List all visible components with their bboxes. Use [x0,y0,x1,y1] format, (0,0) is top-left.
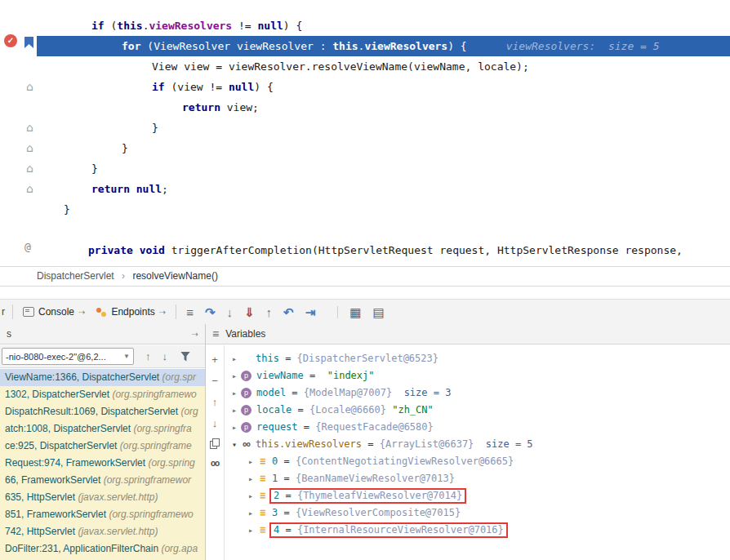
force-step-into-icon[interactable]: ⇓ [244,306,255,318]
code-token: } [152,122,158,134]
frame-package-text: (org.spr [162,371,196,383]
bookmark-icon[interactable]: ⌂ [24,141,36,154]
annotation-gutter-icon[interactable]: @ [24,241,31,253]
chevron-right-icon[interactable]: ▸ [229,402,240,419]
chevron-right-icon[interactable]: ▸ [229,350,240,367]
menu-icon[interactable]: ≡ [212,327,219,340]
frame-row[interactable]: 66, FrameworkServlet (org.springframewor [0,472,205,489]
chevron-right-icon[interactable]: ▸ [229,419,240,436]
code-token: null [136,183,162,195]
chevron-right-icon[interactable]: ▸ [245,470,256,487]
variable-row[interactable]: ▸≡0 = {ContentNegotiatingViewResolver@66… [225,453,730,470]
variables-panel-title: Variables [225,328,265,340]
tab-console-label: Console [38,306,74,318]
chevron-right-icon[interactable]: ▸ [245,522,256,539]
step-out-icon[interactable]: ↑ [266,306,273,318]
chevron-right-icon[interactable]: ▸ [229,367,240,384]
frame-package-text: (javax.servlet.http) [78,491,158,503]
variable-value: {DispatcherServlet@6523} [297,353,438,364]
chevron-down-icon[interactable]: ▾ [229,436,240,453]
variable-row[interactable]: ▸plocale = {Locale@6660} "zh_CN" [225,402,730,419]
remove-watch-icon[interactable]: − [211,375,218,388]
variable-row[interactable]: ▸≡3 = {ViewResolverComposite@7015} [225,504,730,522]
variable-row[interactable]: ▸prequest = {RequestFacade@6580} [225,419,730,436]
frame-row[interactable]: DispatchResult:1069, DispatcherServlet (… [0,403,205,420]
code-token: return [91,183,130,195]
chevron-right-icon[interactable]: ▸ [245,487,256,504]
previous-frame-icon[interactable]: ↑ [145,350,151,362]
step-into-icon[interactable]: ↓ [227,306,234,318]
code-token: ; [162,183,168,195]
console-icon [23,307,34,317]
step-over-icon[interactable]: ↷ [205,306,216,318]
frame-row[interactable]: DoFilter:231, ApplicationFilterChain (or… [0,540,205,558]
frame-row[interactable]: 1302, DispatcherServlet (org.springframe… [0,386,205,403]
inline-debug-hint: viewResolvers: size = 5 [506,40,660,52]
code-token: } [91,162,98,175]
parameter-icon: p [241,405,251,416]
equals-sign: = [278,456,296,467]
variable-row[interactable]: ▸this = {DispatcherServlet@6523} [225,350,730,367]
layout-settings-icon[interactable]: ▤ [372,306,384,318]
run-to-cursor-icon[interactable]: ⇥ [305,306,316,318]
code-token: (ViewResolver viewResolver : [140,40,332,52]
frame-text: ce:925, DispatcherServlet [5,440,120,451]
equals-sign: = [286,387,304,398]
variable-value: {ContentNegotiatingViewResolver@6665} [296,456,514,467]
copy-icon[interactable] [210,438,220,449]
breadcrumb: DispatcherServlet › resolveViewName() [0,266,730,287]
editor[interactable]: ✓ ⌂⌂⌂⌂⌂ @ if (this.viewResolvers != null… [0,0,730,266]
filter-icon[interactable] [180,352,190,362]
frame-row[interactable]: ce:925, DispatcherServlet (org.springfra… [0,438,205,455]
move-down-icon[interactable]: ↓ [212,417,218,430]
code-token: if [91,20,105,32]
array-item-icon: ≡ [256,487,269,504]
chevron-right-icon[interactable]: ▸ [229,384,240,402]
bookmark-icon[interactable]: ⌂ [24,162,36,175]
tab-endpoints[interactable]: Endpoints ⇢ [91,300,171,324]
frame-row[interactable]: 851, FrameworkServlet (org.springframewo [0,506,205,523]
variable-row[interactable]: ▸pmodel = {ModelMap@7007} size = 3 [225,384,730,402]
frames-list: ViewName:1366, DispatcherServlet (org.sp… [0,369,205,560]
code-area[interactable]: if (this.viewResolvers != null) {for (Vi… [37,16,730,260]
menu-icon[interactable]: ≡ [186,306,194,318]
breadcrumb-item-method[interactable]: resolveViewName() [132,270,217,282]
equals-sign: = [279,490,297,501]
bookmark-icon[interactable]: ⌂ [24,182,36,195]
frame-row[interactable]: 635, HttpServlet (javax.servlet.http) [0,489,205,506]
frame-row[interactable]: atch:1008, DispatcherServlet (org.spring… [0,420,205,438]
variable-text: this.viewResolvers = {ArrayList@6637} si… [256,438,533,450]
move-up-icon[interactable]: ↑ [212,396,218,409]
variable-row[interactable]: ▸≡1 = {BeanNameViewResolver@7013} [225,470,730,487]
debug-toolbar: r Console ⇢ Endpoints ⇢ ≡↷↓⇓↑↶⇥▦▤ [0,299,730,325]
code-token: != [232,20,257,32]
variable-row[interactable]: ▸≡4 = {InternalResourceViewResolver@7016… [225,522,730,539]
variable-size: size = 5 [474,438,532,450]
thread-selector[interactable]: -nio-8080-exec-2"@6,2... ▼ [2,348,134,365]
variables-side-toolbar: +−↑↓oo [206,345,225,560]
variable-value: {BeanNameViewResolver@7013} [296,473,455,484]
variable-name: this [256,353,279,364]
toolbar-separator [176,304,176,319]
breadcrumb-item-class[interactable]: DispatcherServlet [37,270,114,282]
binoculars-icon[interactable]: oo [211,457,219,470]
view-as-table-icon[interactable]: ▦ [337,306,361,318]
variable-row[interactable]: ▸pviewName = "indexj" [225,367,730,384]
chevron-right-icon[interactable]: ▸ [245,453,256,470]
chevron-right-icon[interactable]: ▸ [245,504,256,522]
frame-row[interactable]: 742, HttpServlet (javax.servlet.http) [0,523,205,540]
tab-console[interactable]: Console ⇢ [17,300,91,324]
bookmark-icon[interactable]: ⌂ [24,121,36,134]
frame-package-text: (org.springframewo [109,509,193,520]
variables-panel: +−↑↓oo ▸this = {DispatcherServlet@6523}▸… [206,345,730,560]
drop-frame-icon[interactable]: ↶ [283,306,294,318]
bookmark-icon[interactable]: ⌂ [24,80,36,93]
frame-row[interactable]: Request:974, FrameworkServlet (org.sprin… [0,455,205,472]
add-watch-icon[interactable]: + [211,353,218,367]
variable-row[interactable]: ▸≡2 = {ThymeleafViewResolver@7014} [225,487,730,504]
frame-package-text: (org [180,406,198,417]
frame-row[interactable]: ViewName:1366, DispatcherServlet (org.sp… [0,369,205,386]
frame-package-text: (org.springframewo [112,389,196,400]
variable-row[interactable]: ▾oothis.viewResolvers = {ArrayList@6637}… [225,436,730,453]
next-frame-icon[interactable]: ↓ [162,350,168,362]
